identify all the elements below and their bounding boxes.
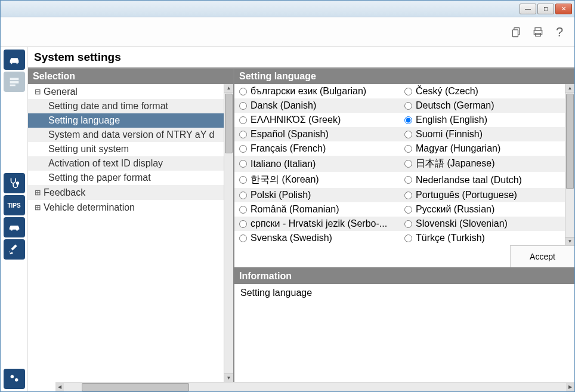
language-label: български език (Bulgarian) bbox=[251, 86, 366, 97]
language-radio[interactable] bbox=[404, 234, 412, 242]
language-label: Français (French) bbox=[251, 143, 326, 154]
lang-scrollbar[interactable]: ▲ ▼ bbox=[565, 84, 574, 245]
language-radio[interactable] bbox=[404, 102, 412, 110]
language-option[interactable]: Deutsch (German) bbox=[400, 98, 565, 113]
language-radio[interactable] bbox=[239, 102, 247, 110]
language-radio[interactable] bbox=[239, 206, 247, 214]
language-radio[interactable] bbox=[239, 234, 247, 242]
svg-point-9 bbox=[10, 375, 13, 379]
language-label: Dansk (Danish) bbox=[251, 100, 316, 111]
selection-pane: Selection ⊟GeneralSetting date and time … bbox=[28, 69, 234, 382]
language-radio[interactable] bbox=[239, 131, 247, 138]
language-option[interactable]: Русский (Russian) bbox=[400, 202, 565, 217]
language-option[interactable]: Français (French) bbox=[234, 141, 400, 156]
language-option[interactable]: Italiano (Italian) bbox=[234, 156, 400, 172]
diagnostics-icon[interactable] bbox=[4, 173, 25, 193]
language-label: Română (Romanian) bbox=[251, 204, 339, 215]
maximize-button[interactable]: □ bbox=[537, 4, 554, 14]
language-option[interactable]: Nederlandse taal (Dutch) bbox=[400, 172, 565, 188]
top-toolbar: ? bbox=[1, 17, 574, 47]
tips-icon[interactable]: TIPS bbox=[4, 195, 25, 215]
language-radio[interactable] bbox=[239, 88, 247, 95]
language-label: Русский (Russian) bbox=[416, 204, 494, 215]
language-option[interactable]: Dansk (Danish) bbox=[234, 98, 400, 113]
language-label: Český (Czech) bbox=[416, 86, 478, 97]
language-radio[interactable] bbox=[404, 220, 412, 228]
language-option[interactable]: 한국의 (Korean) bbox=[234, 172, 400, 188]
language-option[interactable]: 日本語 (Japanese) bbox=[400, 156, 565, 172]
tree-item[interactable]: Setting the paper format bbox=[28, 171, 224, 185]
language-option[interactable]: ΕΛΛΗΝΙΚΌΣ (Greek) bbox=[234, 113, 400, 127]
tools-icon[interactable] bbox=[4, 239, 25, 260]
copy-icon[interactable] bbox=[510, 26, 523, 39]
language-radio[interactable] bbox=[404, 206, 412, 214]
tree-item[interactable]: ⊟General bbox=[28, 84, 224, 99]
svg-rect-5 bbox=[10, 78, 18, 81]
language-label: српски - Hrvatski jezik (Serbo-... bbox=[251, 218, 387, 229]
language-option[interactable]: Svenska (Swedish) bbox=[234, 231, 400, 245]
language-radio[interactable] bbox=[404, 145, 412, 153]
svg-rect-7 bbox=[10, 85, 15, 87]
language-option[interactable]: Türkçe (Turkish) bbox=[400, 231, 565, 245]
language-label: Deutsch (German) bbox=[416, 100, 494, 111]
svg-point-8 bbox=[16, 182, 18, 184]
information-header: Information bbox=[234, 268, 574, 284]
language-option[interactable]: српски - Hrvatski jezik (Serbo-... bbox=[234, 217, 400, 231]
language-label: Magyar (Hungarian) bbox=[416, 143, 500, 154]
selection-header: Selection bbox=[28, 69, 233, 84]
close-button[interactable]: ✕ bbox=[555, 4, 572, 14]
language-option[interactable]: Español (Spanish) bbox=[234, 127, 400, 141]
tree-item[interactable]: Setting date and time format bbox=[28, 99, 224, 113]
language-radio[interactable] bbox=[404, 160, 412, 168]
tree-item[interactable]: ⊞Vehicle determination bbox=[28, 200, 224, 215]
language-radio[interactable] bbox=[404, 192, 412, 199]
language-radio[interactable] bbox=[239, 145, 247, 153]
print-icon[interactable] bbox=[531, 26, 545, 39]
language-radio[interactable] bbox=[404, 88, 412, 95]
language-option[interactable]: Slovenski (Slovenian) bbox=[400, 217, 565, 231]
main: System settings Selection ⊟GeneralSettin… bbox=[28, 47, 574, 391]
split-panes: Selection ⊟GeneralSetting date and time … bbox=[28, 69, 574, 382]
language-radio[interactable] bbox=[239, 176, 247, 184]
accept-bar: Accept bbox=[234, 245, 574, 268]
language-radio[interactable] bbox=[239, 116, 247, 124]
tree-item[interactable]: Setting unit system bbox=[28, 142, 224, 156]
tree-item[interactable]: Activation of text ID display bbox=[28, 156, 224, 171]
minimize-button[interactable]: — bbox=[520, 4, 536, 14]
language-option[interactable]: Suomi (Finnish) bbox=[400, 127, 565, 141]
language-radio[interactable] bbox=[404, 116, 412, 124]
language-label: ΕΛΛΗΝΙΚΌΣ (Greek) bbox=[251, 115, 341, 125]
language-radio[interactable] bbox=[404, 176, 412, 184]
language-option[interactable]: English (English) bbox=[400, 113, 565, 127]
language-radio[interactable] bbox=[239, 192, 247, 199]
language-option[interactable]: български език (Bulgarian) bbox=[234, 84, 400, 98]
vehicle-wide-icon[interactable] bbox=[4, 217, 25, 237]
tree-scrollbar[interactable]: ▲ ▼ bbox=[224, 84, 233, 382]
settings-icon[interactable] bbox=[4, 369, 25, 389]
language-label: Italiano (Italian) bbox=[251, 159, 316, 169]
accept-button[interactable]: Accept bbox=[510, 245, 574, 267]
setting-header: Setting language bbox=[234, 69, 574, 84]
language-label: Slovenski (Slovenian) bbox=[416, 218, 508, 229]
language-label: Nederlandse taal (Dutch) bbox=[416, 175, 522, 186]
language-option[interactable]: Polski (Polish) bbox=[234, 188, 400, 202]
tree-item[interactable]: System and data version of NTRY aY d bbox=[28, 128, 224, 142]
language-option[interactable]: Português (Portuguese) bbox=[400, 188, 565, 202]
body: TIPS System settings Selection ⊟GeneralS… bbox=[1, 47, 574, 391]
language-label: 한국의 (Korean) bbox=[251, 174, 319, 186]
language-radio[interactable] bbox=[239, 220, 247, 228]
tree-item[interactable]: ⊞Feedback bbox=[28, 185, 224, 200]
horizontal-scrollbar[interactable]: ◀ ▶ bbox=[55, 382, 574, 391]
language-option[interactable]: Magyar (Hungarian) bbox=[400, 141, 565, 156]
settings-pane: Setting language български език (Bulgari… bbox=[234, 69, 574, 382]
language-option[interactable]: Český (Czech) bbox=[400, 84, 565, 98]
language-radio[interactable] bbox=[404, 131, 412, 138]
dashboard-icon[interactable] bbox=[4, 72, 25, 92]
language-radio[interactable] bbox=[239, 160, 247, 168]
vehicle-icon[interactable] bbox=[4, 50, 25, 70]
tree-item-selected[interactable]: Setting language bbox=[28, 113, 224, 128]
help-icon[interactable]: ? bbox=[553, 26, 566, 39]
language-option[interactable]: Română (Romanian) bbox=[234, 202, 400, 217]
sidebar: TIPS bbox=[1, 47, 28, 391]
language-label: English (English) bbox=[416, 115, 487, 125]
